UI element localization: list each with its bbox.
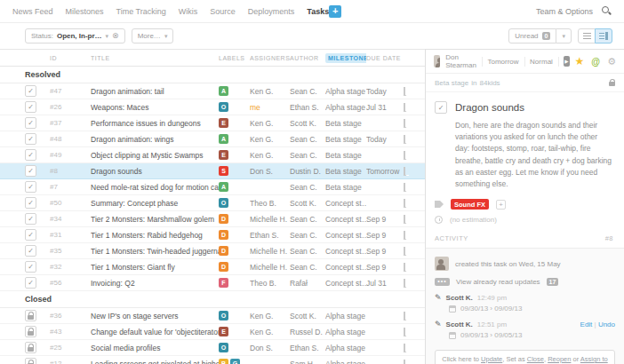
unread-dropdown-button[interactable]: ▾ <box>556 28 572 44</box>
row-checkbox[interactable]: ✓ <box>25 117 36 129</box>
tag-chip[interactable]: Sound FX <box>451 199 489 210</box>
col-author[interactable]: AUTHOR <box>290 55 325 61</box>
col-due-date[interactable]: DUE DATE <box>366 55 404 61</box>
task-row[interactable]: ✓#34Tier 2 Monsters: Marshmallow golemDM… <box>0 211 425 227</box>
comment-icon[interactable] <box>404 263 405 272</box>
task-row[interactable]: #12Loading screens get pixelated at high… <box>0 356 425 364</box>
nav-item-tasks[interactable]: Tasks <box>307 7 329 16</box>
row-checkbox[interactable]: ✓ <box>25 277 36 289</box>
comment-icon[interactable] <box>404 183 405 192</box>
project-name[interactable]: 84kids <box>479 79 500 87</box>
nav-item-wikis[interactable]: Wikis <box>179 7 198 16</box>
add-task-button[interactable]: + <box>329 5 341 18</box>
col-assigners[interactable]: ASSIGNERS <box>250 55 290 61</box>
comment-input[interactable]: Click here to Update, Set as Close, Reop… <box>435 350 615 364</box>
row-lock[interactable] <box>25 342 36 353</box>
gear-icon[interactable]: ⚙ <box>607 56 616 67</box>
label-chip[interactable]: O <box>219 198 228 208</box>
label-chip[interactable]: D <box>219 262 228 272</box>
label-chip[interactable]: E <box>219 150 228 160</box>
read-updates-link[interactable]: View already read updates <box>456 278 540 286</box>
label-chip[interactable]: O <box>219 311 228 320</box>
row-checkbox[interactable]: ✓ <box>25 149 36 161</box>
row-checkbox[interactable]: ✓ <box>25 229 36 241</box>
milestone-value[interactable]: Beta stage <box>435 79 468 87</box>
row-lock[interactable] <box>25 326 36 337</box>
close-link[interactable]: Close <box>527 355 544 363</box>
edit-link[interactable]: Edit <box>580 320 593 328</box>
more-filter-button[interactable]: More… ▾ <box>132 28 174 44</box>
label-chip[interactable]: E <box>219 327 228 336</box>
row-checkbox[interactable]: ✓ <box>25 165 36 177</box>
label-chip[interactable]: D <box>219 246 228 256</box>
row-checkbox[interactable]: ✓ <box>25 133 36 145</box>
split-view-toggle[interactable] <box>595 28 612 44</box>
priority-field[interactable]: Normal <box>530 58 553 66</box>
row-checkbox[interactable]: ✓ <box>25 213 36 225</box>
star-icon[interactable]: ★ <box>575 55 585 67</box>
comment-icon[interactable] <box>404 328 405 336</box>
row-lock[interactable] <box>25 310 36 321</box>
comment-icon[interactable] <box>404 135 405 144</box>
row-checkbox[interactable]: ✓ <box>25 181 36 193</box>
team-options-link[interactable]: Team & Options <box>536 7 593 16</box>
row-checkbox[interactable]: ✓ <box>25 197 36 209</box>
comment-icon[interactable] <box>404 231 405 240</box>
col-title[interactable]: TITLE <box>91 55 219 61</box>
comment-icon[interactable] <box>404 167 405 176</box>
task-row[interactable]: ✓#7Need mole-rat sized dog for motion ca… <box>0 179 425 195</box>
nav-item-deployments[interactable]: Deployments <box>248 7 295 16</box>
label-chip[interactable]: A <box>219 182 228 192</box>
comment-icon[interactable] <box>404 151 405 160</box>
task-row[interactable]: ✓#35Tier 1 Monsters: Twin-headed juggern… <box>0 243 425 259</box>
search-icon[interactable] <box>602 6 612 16</box>
comment-icon[interactable] <box>404 199 405 208</box>
col-labels[interactable]: LABELS <box>219 55 250 61</box>
assignee-avatar[interactable] <box>434 55 440 67</box>
undo-link[interactable]: Undo <box>598 320 615 328</box>
comment-icon[interactable] <box>404 247 405 256</box>
update-link[interactable]: Update <box>481 355 502 363</box>
label-chip[interactable]: A <box>219 86 228 96</box>
due-date-field[interactable]: Tomorrow <box>487 58 518 66</box>
label-chip[interactable]: D <box>219 230 228 240</box>
more-dots-icon[interactable]: ••• <box>435 278 450 286</box>
label-chip[interactable]: O <box>219 343 228 352</box>
row-checkbox[interactable]: ✓ <box>25 101 36 113</box>
task-row[interactable]: ✓#32Tier 1 Monsters: Giant flyDMichelle … <box>0 259 425 275</box>
label-chip[interactable]: F <box>219 278 228 288</box>
list-view-toggle[interactable] <box>578 28 596 44</box>
label-chip[interactable]: D <box>219 214 228 224</box>
label-chip[interactable]: G <box>230 359 240 364</box>
comment-icon[interactable] <box>404 360 405 364</box>
row-checkbox[interactable]: ✓ <box>25 245 36 257</box>
estimation-value[interactable]: (no estimation) <box>450 216 497 224</box>
reopen-link[interactable]: Reopen <box>548 355 571 363</box>
row-checkbox[interactable]: ✓ <box>25 85 36 97</box>
task-row[interactable]: ✓#50Summary: Concept phaseOTheo B.Scott … <box>0 195 425 211</box>
label-chip[interactable]: E <box>219 118 228 128</box>
task-row[interactable]: ✓#8Dragon soundsSDon S.Dustin D.Beta sta… <box>0 163 425 179</box>
clear-filter-icon[interactable]: ⊗ <box>112 32 119 40</box>
label-chip[interactable]: B <box>219 359 228 364</box>
nav-item-source[interactable]: Source <box>210 7 236 16</box>
status-filter-button[interactable]: Status: Open, In-pr… ▾ ⊗ <box>25 28 125 44</box>
task-row[interactable]: ✓#47Dragon animation: tailAKen G.Sean C.… <box>0 83 425 99</box>
watch-icon[interactable]: @ <box>591 57 600 67</box>
task-row[interactable]: #25Social media profilesODon S.Ethan S.A… <box>0 340 425 356</box>
comment-icon[interactable] <box>404 279 405 288</box>
col-id[interactable]: ID <box>50 55 91 61</box>
nav-item-milestones[interactable]: Milestones <box>66 7 104 16</box>
comment-icon[interactable] <box>404 103 405 112</box>
creator-avatar[interactable] <box>435 257 449 271</box>
task-row[interactable]: #43Change default value for 'objectitera… <box>0 324 425 340</box>
task-row[interactable]: ✓#37Performance issues in dungeonsEKen G… <box>0 115 425 131</box>
comment-icon[interactable] <box>404 344 405 352</box>
unread-button[interactable]: Unread 0 <box>508 28 556 44</box>
nav-item-time-tracking[interactable]: Time Tracking <box>116 7 166 16</box>
comment-icon[interactable] <box>404 312 405 320</box>
label-chip[interactable]: O <box>219 102 228 112</box>
task-checkbox[interactable]: ✓ <box>435 101 447 114</box>
row-lock[interactable] <box>25 358 36 364</box>
task-row[interactable]: ✓#31Tier 1 Monsters: Rabid hedgehogDEtha… <box>0 227 425 243</box>
